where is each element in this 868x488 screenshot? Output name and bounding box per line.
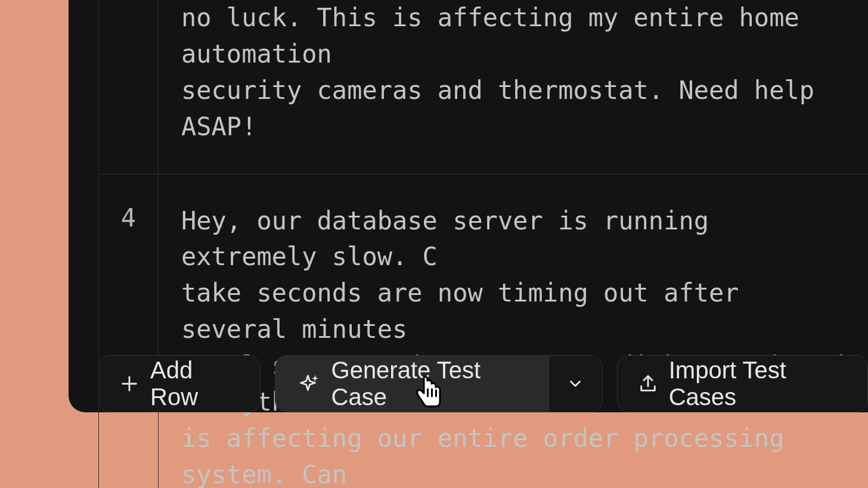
import-test-cases-button[interactable]: Import Test Cases bbox=[617, 355, 868, 412]
row-number bbox=[99, 0, 159, 174]
add-row-button[interactable]: Add Row bbox=[98, 355, 261, 412]
test-cases-table: no luck. This is affecting my entire hom… bbox=[98, 0, 868, 488]
generate-dropdown-button[interactable] bbox=[548, 356, 602, 412]
upload-icon bbox=[638, 374, 658, 394]
generate-test-case-split-button: Generate Test Case bbox=[275, 355, 603, 412]
table-row[interactable]: no luck. This is affecting my entire hom… bbox=[99, 0, 868, 174]
main-panel: no luck. This is affecting my entire hom… bbox=[69, 0, 868, 412]
row-content: Hey, our database server is running extr… bbox=[159, 175, 868, 488]
sparkle-icon bbox=[298, 373, 320, 394]
import-label: Import Test Cases bbox=[669, 357, 847, 411]
plus-icon bbox=[119, 374, 140, 394]
add-row-label: Add Row bbox=[150, 357, 240, 411]
row-content: no luck. This is affecting my entire hom… bbox=[159, 0, 868, 174]
generate-label: Generate Test Case bbox=[331, 357, 526, 411]
table-row[interactable]: 4 Hey, our database server is running ex… bbox=[99, 174, 868, 488]
chevron-down-icon bbox=[566, 375, 584, 393]
generate-test-case-button[interactable]: Generate Test Case bbox=[275, 356, 549, 412]
row-number: 4 bbox=[99, 175, 159, 488]
toolbar: Add Row Generate Test Case bbox=[98, 340, 868, 412]
